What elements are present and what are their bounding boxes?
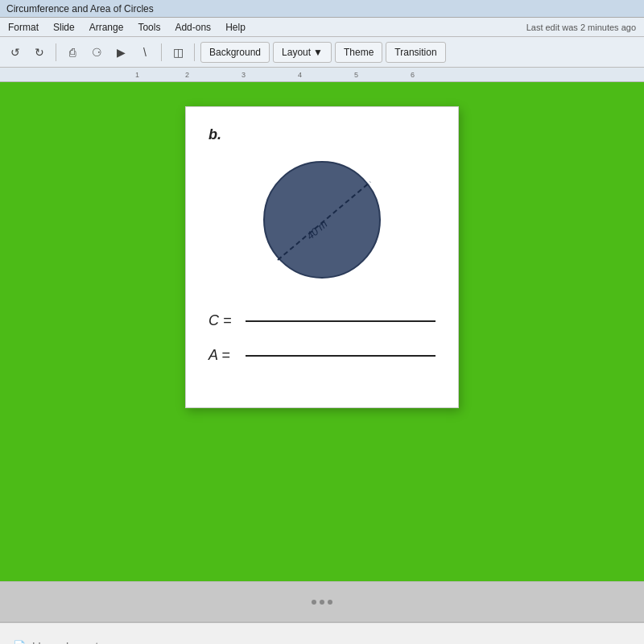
layout-button[interactable]: Layout ▼ [273,42,332,63]
dot-2 [320,600,324,605]
area-label: A = [208,347,241,364]
ruler-tick-3: 3 [242,71,246,79]
menu-slide[interactable]: Slide [50,20,78,35]
menu-tools[interactable]: Tools [134,20,163,35]
menu-bar: Format Slide Arrange Tools Add-ons Help … [0,18,644,37]
menu-addons[interactable]: Add-ons [171,20,214,35]
print-icon[interactable]: ⎙ [62,42,83,63]
ruler: 1 2 3 4 5 6 [0,68,644,82]
dot-3 [328,600,332,605]
slide-area: b. 40 m C = A = [0,82,644,581]
speaker-notes-icon: 📄 [13,640,26,645]
background-button[interactable]: Background [200,42,270,63]
circumference-label: C = [208,312,241,329]
bottom-bar [0,581,644,621]
ruler-tick-6: 6 [411,71,415,79]
divider-3 [194,43,195,61]
ruler-tick-2: 2 [185,71,189,79]
toolbar: ↺ ↻ ⎙ ⚆ ▶ \ ◫ Background Layout ▼ Theme … [0,37,644,68]
circumference-line [246,320,436,322]
shapes-icon[interactable]: ◫ [167,42,188,63]
transition-label: Transition [394,47,436,58]
slide-card[interactable]: b. 40 m C = A = [185,106,459,408]
last-edit-text: Last edit was 2 minutes ago [523,21,639,34]
speaker-notes-bar[interactable]: 📄 dd speaker notes [0,621,644,644]
ruler-tick-1: 1 [135,71,139,79]
redo-icon[interactable]: ↻ [29,42,50,63]
dot-1 [312,600,316,605]
title-bar: Circumference and Area of Circles [0,0,644,18]
transition-button[interactable]: Transition [386,42,445,63]
menu-help[interactable]: Help [222,20,249,35]
area-row: A = [208,347,436,364]
theme-button[interactable]: Theme [335,42,382,63]
slide-label: b. [208,126,436,143]
theme-label: Theme [344,47,374,58]
slide-dots [312,600,332,605]
layout-label: Layout [282,47,311,58]
divider-1 [56,43,56,61]
area-line [246,355,436,357]
line-icon[interactable]: \ [134,42,155,63]
circumference-row: C = [208,312,436,329]
layout-chevron-icon: ▼ [313,47,323,58]
menu-arrange[interactable]: Arrange [86,20,127,35]
ruler-tick-4: 4 [298,71,302,79]
menu-format[interactable]: Format [5,20,42,35]
ruler-tick-5: 5 [354,71,358,79]
undo-icon[interactable]: ↺ [5,42,26,63]
circle-container: 40 m [208,151,436,288]
divider-2 [161,43,162,61]
background-label: Background [209,47,261,58]
image-icon[interactable]: ⚆ [86,42,107,63]
circle-diagram: 40 m [254,151,390,288]
cursor-icon[interactable]: ▶ [110,42,131,63]
title-text: Circumference and Area of Circles [6,3,154,14]
speaker-notes-placeholder: dd speaker notes [29,640,109,645]
